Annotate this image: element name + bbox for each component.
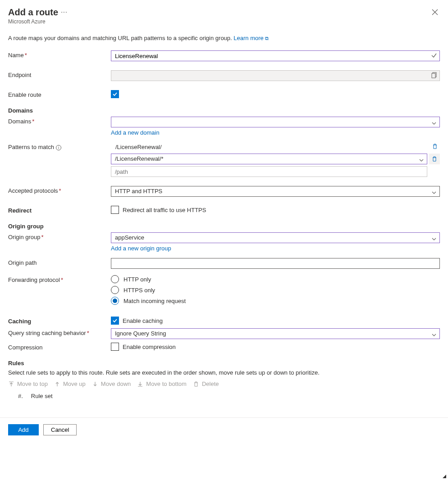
chevron-down-icon <box>431 189 437 199</box>
panel-description: A route maps your domains and matching U… <box>8 35 440 41</box>
protocols-dropdown[interactable]: HTTP and HTTPS <box>111 186 440 197</box>
origin-section-heading: Origin group <box>8 223 440 230</box>
move-up-button[interactable]: Move up <box>54 380 86 387</box>
check-icon <box>431 52 437 60</box>
redirect-https-label: Redirect all traffic to use HTTPS <box>123 207 206 213</box>
name-label: Name* <box>8 50 111 59</box>
forwarding-https-radio[interactable]: HTTPS only <box>111 286 440 294</box>
svg-rect-1 <box>432 73 435 78</box>
radio-label: Match incoming request <box>123 298 186 304</box>
move-to-top-button[interactable]: Move to top <box>8 380 48 387</box>
move-down-button[interactable]: Move down <box>92 380 131 387</box>
chevron-down-icon <box>431 119 437 129</box>
forwarding-protocol-label: Forwarding protocol* <box>8 275 111 283</box>
compression-label: Compression <box>8 343 111 351</box>
origin-path-input[interactable] <box>111 258 440 269</box>
delete-rule-button[interactable]: Delete <box>193 380 219 387</box>
add-domain-link[interactable]: Add a new domain <box>111 129 160 136</box>
caching-section-heading: Caching <box>8 317 111 325</box>
learn-more-link[interactable]: Learn more ⧉ <box>233 35 269 41</box>
endpoint-input <box>111 70 440 81</box>
endpoint-label: Endpoint <box>8 70 111 78</box>
rules-col-name: Rule set <box>31 393 53 399</box>
enable-compression-label: Enable compression <box>123 344 176 350</box>
info-icon[interactable]: i <box>56 145 61 150</box>
qs-caching-dropdown[interactable]: Ignore Query String <box>111 328 440 339</box>
chevron-down-icon <box>419 156 424 166</box>
domains-label: Domains* <box>8 117 111 125</box>
arrow-up-icon <box>54 381 60 387</box>
patterns-label: Patterns to matchi <box>8 142 111 150</box>
name-input[interactable] <box>111 50 440 61</box>
enable-caching-checkbox[interactable] <box>111 317 119 325</box>
protocols-label: Accepted protocols* <box>8 186 111 194</box>
domains-dropdown[interactable] <box>111 117 440 127</box>
radio-label: HTTPS only <box>123 287 155 294</box>
delete-pattern-icon[interactable] <box>430 142 440 152</box>
close-button[interactable] <box>430 7 440 19</box>
domains-section-heading: Domains <box>8 107 440 114</box>
enable-route-checkbox[interactable] <box>111 90 119 98</box>
close-icon <box>432 9 438 15</box>
pattern-dropdown[interactable]: /LicenseRenewal/* <box>111 154 427 164</box>
redirect-https-checkbox[interactable] <box>111 206 119 214</box>
rules-col-number: #. <box>18 393 23 399</box>
panel-subtitle: Microsoft Azure <box>8 18 68 25</box>
redirect-section-heading: Redirect <box>8 206 111 214</box>
panel-title: Add a route <box>8 7 58 18</box>
origin-path-label: Origin path <box>8 258 111 266</box>
external-link-icon: ⧉ <box>265 36 269 41</box>
qs-caching-label: Query string caching behavior* <box>8 328 111 336</box>
copy-icon[interactable] <box>431 72 438 80</box>
pattern-new-input[interactable] <box>111 166 427 177</box>
forwarding-match-radio[interactable]: Match incoming request <box>111 297 440 305</box>
more-icon[interactable]: ··· <box>58 8 68 15</box>
pattern-static-text: /LicenseRenewal/ <box>115 144 162 150</box>
chevron-down-icon <box>431 331 437 341</box>
enable-compression-checkbox[interactable] <box>111 343 119 351</box>
chevron-down-icon <box>431 235 437 245</box>
cancel-button[interactable]: Cancel <box>43 424 77 435</box>
origin-group-dropdown[interactable]: appService <box>111 232 440 243</box>
add-button[interactable]: Add <box>8 424 39 435</box>
rules-section-heading: Rules <box>8 360 440 367</box>
trash-icon <box>193 381 199 387</box>
arrow-top-icon <box>8 381 14 387</box>
enable-caching-label: Enable caching <box>123 317 163 324</box>
move-to-bottom-button[interactable]: Move to bottom <box>137 380 187 387</box>
add-origin-group-link[interactable]: Add a new origin group <box>111 245 171 252</box>
origin-group-label: Origin group* <box>8 232 111 240</box>
rules-description: Select rule sets to apply to this route.… <box>8 369 440 376</box>
enable-route-label: Enable route <box>8 90 111 98</box>
delete-pattern-button[interactable] <box>429 154 440 164</box>
arrow-bottom-icon <box>137 381 143 387</box>
forwarding-http-radio[interactable]: HTTP only <box>111 275 440 283</box>
radio-label: HTTP only <box>123 276 151 283</box>
arrow-down-icon <box>92 381 98 387</box>
